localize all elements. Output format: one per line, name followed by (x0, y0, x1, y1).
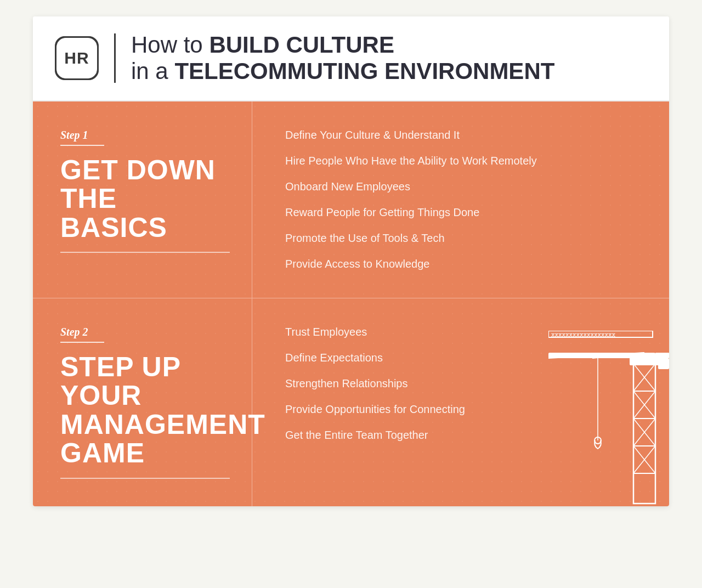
main-body: Step 1 GET DOWNTHE BASICS Define Your Cu… (33, 101, 669, 506)
list-item: Strengthen Relationships (285, 377, 647, 390)
list-item: Provide Opportunities for Connecting (285, 403, 647, 416)
step-2-row: Step 2 STEP UP YOURMANAGEMENTGAME Trust … (33, 298, 669, 506)
title-line1-normal: How to (131, 32, 209, 58)
list-item: Trust Employees (285, 326, 647, 338)
step-1-label: Step 1 (60, 129, 230, 142)
header-title: How to BUILD CULTURE in a TELECOMMUTING … (131, 32, 554, 85)
hr-logo: HR (55, 36, 99, 80)
title-line2: in a TELECOMMUTING ENVIRONMENT (131, 58, 554, 84)
header-divider (114, 33, 116, 83)
step-1-underline (60, 145, 104, 146)
list-item: Reward People for Getting Things Done (285, 206, 647, 219)
list-item: Define Your Culture & Understand It (285, 129, 647, 142)
list-item: Provide Access to Knowledge (285, 258, 647, 270)
title-line1-bold: BUILD CULTURE (209, 32, 394, 58)
step-1-title: GET DOWNTHE BASICS (60, 156, 230, 242)
list-item: Promote the Use of Tools & Tech (285, 232, 647, 245)
title-line1: How to BUILD CULTURE (131, 32, 554, 58)
step-1-row: Step 1 GET DOWNTHE BASICS Define Your Cu… (33, 101, 669, 298)
step-2-underline (60, 342, 104, 343)
header: HR How to BUILD CULTURE in a TELECOMMUTI… (33, 16, 669, 101)
main-card: HR How to BUILD CULTURE in a TELECOMMUTI… (33, 16, 669, 506)
step-2-label: Step 2 (60, 326, 230, 338)
list-item: Get the Entire Team Together (285, 429, 647, 442)
step-1-title-underline (60, 252, 230, 253)
title-line2-normal: in a (131, 58, 174, 84)
steps-container: Step 1 GET DOWNTHE BASICS Define Your Cu… (33, 101, 669, 506)
logo-text: HR (64, 49, 89, 67)
step-2-title: STEP UP YOURMANAGEMENTGAME (60, 353, 230, 468)
step-2-bullets: Trust Employees Define Expectations Stre… (285, 326, 647, 442)
step-2-right: Trust Employees Define Expectations Stre… (252, 298, 669, 506)
list-item: Hire People Who Have the Ability to Work… (285, 155, 647, 167)
step-1-right: Define Your Culture & Understand It Hire… (252, 101, 669, 298)
step-1-bullets: Define Your Culture & Understand It Hire… (285, 129, 647, 270)
title-line2-bold: TELECOMMUTING ENVIRONMENT (174, 58, 554, 84)
step-2-left: Step 2 STEP UP YOURMANAGEMENTGAME (33, 298, 252, 506)
list-item: Onboard New Employees (285, 180, 647, 193)
step-2-title-underline (60, 478, 230, 479)
list-item: Define Expectations (285, 352, 647, 364)
step-1-left: Step 1 GET DOWNTHE BASICS (33, 101, 252, 298)
